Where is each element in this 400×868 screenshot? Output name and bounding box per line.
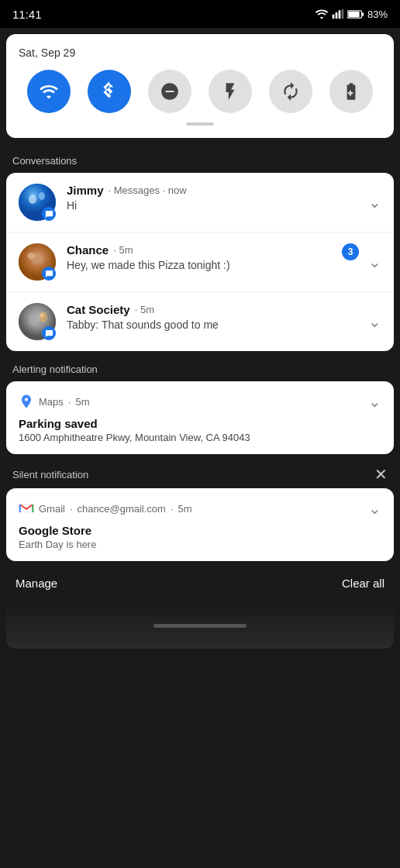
wifi-icon	[39, 81, 59, 102]
alerting-body: 1600 Amphitheatre Pkwy, Mountain View, C…	[19, 432, 381, 443]
conv-meta-jimmy: · Messages · now	[109, 184, 187, 196]
dnd-icon	[160, 81, 180, 102]
chevron-alerting[interactable]: ⌄	[368, 392, 381, 411]
conv-name-cat: Cat Society	[67, 303, 130, 316]
maps-icon	[19, 394, 34, 409]
qs-toggles	[19, 70, 381, 113]
conv-header-chance: Chance · 5m	[67, 243, 342, 257]
alerting-label: Alerting notification	[12, 363, 98, 375]
dnd-toggle[interactable]	[148, 70, 191, 113]
battery-saver-toggle[interactable]	[329, 70, 373, 113]
svg-rect-1	[336, 12, 338, 19]
conversation-jimmy[interactable]: Jimmy · Messages · now Hi ⌄	[6, 173, 394, 232]
silent-close-button[interactable]: ✕	[374, 467, 388, 482]
svg-rect-5	[348, 12, 359, 17]
status-icons: 83%	[315, 9, 388, 20]
conv-content-cat: Cat Society · 5m Tabby: That sounds good…	[67, 303, 362, 331]
messages-app-icon-cat	[42, 326, 56, 340]
svg-point-17	[25, 398, 28, 401]
flashlight-toggle[interactable]	[209, 70, 252, 113]
svg-point-9	[39, 192, 45, 200]
silent-body: Earth Day is here	[19, 539, 381, 550]
qs-date: Sat, Sep 29	[19, 46, 381, 59]
conversations-card: Jimmy · Messages · now Hi ⌄	[6, 173, 394, 351]
bluetooth-toggle[interactable]	[88, 70, 131, 113]
silent-app-info: Gmail · chance@gmail.com · 5m	[19, 501, 192, 516]
svg-rect-6	[362, 12, 364, 16]
conversations-label: Conversations	[12, 155, 77, 167]
signal-status-icon	[332, 9, 344, 19]
silent-time: 5m	[178, 503, 192, 515]
chevron-silent[interactable]: ⌄	[368, 499, 381, 518]
chevron-jimmy[interactable]: ⌄	[368, 193, 381, 212]
conv-msg-chance: Hey, we made this Pizza tonight :)	[67, 259, 342, 271]
avatar-wrap-jimmy	[19, 184, 56, 221]
conv-name-jimmy: Jimmy	[67, 184, 104, 197]
rotate-toggle[interactable]	[269, 70, 312, 113]
silent-email: chance@gmail.com	[78, 503, 166, 515]
avatar-wrap-cat	[19, 303, 56, 340]
silent-sep1: ·	[70, 503, 73, 515]
message-icon	[45, 210, 53, 219]
svg-point-8	[29, 195, 36, 204]
rotate-icon	[281, 81, 301, 102]
conv-header-jimmy: Jimmy · Messages · now	[67, 184, 362, 197]
silent-sep2: ·	[171, 503, 174, 515]
wifi-toggle[interactable]	[27, 70, 71, 113]
svg-rect-0	[333, 15, 335, 19]
home-indicator	[153, 624, 247, 628]
avatar-wrap-chance	[19, 243, 56, 281]
chevron-chance[interactable]: ⌄	[368, 253, 381, 271]
chevron-cat[interactable]: ⌄	[368, 312, 381, 331]
conversation-cat-society[interactable]: Cat Society · 5m Tabby: That sounds good…	[6, 292, 394, 351]
silent-card[interactable]: Gmail · chance@gmail.com · 5m ⌄ Google S…	[6, 488, 394, 561]
silent-label: Silent notification	[12, 469, 88, 480]
bottom-bar: Manage Clear all	[0, 564, 400, 602]
alerting-time: 5m	[75, 396, 89, 408]
wifi-status-icon	[315, 9, 329, 19]
conv-name-chance: Chance	[67, 243, 109, 257]
silent-title: Google Store	[19, 524, 381, 537]
conv-header-cat: Cat Society · 5m	[67, 303, 362, 316]
svg-point-16	[40, 313, 44, 318]
messages-app-icon-chance	[42, 267, 56, 281]
messages-app-icon-jimmy	[42, 207, 56, 221]
footer-blur	[6, 602, 394, 649]
conv-content-chance: Chance · 5m Hey, we made this Pizza toni…	[67, 243, 342, 271]
gmail-icon	[19, 501, 34, 516]
conv-msg-cat: Tabby: That sounds good to me	[67, 319, 362, 331]
conversation-chance[interactable]: Chance · 5m Hey, we made this Pizza toni…	[6, 232, 394, 292]
alerting-section-header: Alerting notification	[0, 353, 400, 381]
alerting-sep: ·	[68, 396, 71, 408]
manage-button[interactable]: Manage	[16, 577, 57, 590]
alerting-header: Maps · 5m ⌄	[19, 392, 381, 411]
conv-meta-chance: · 5m	[113, 244, 133, 256]
drag-handle	[186, 122, 214, 126]
quick-settings-panel: Sat, Sep 29	[6, 34, 394, 138]
alerting-card[interactable]: Maps · 5m ⌄ Parking saved 1600 Amphithea…	[6, 381, 394, 454]
svg-point-12	[27, 253, 35, 259]
svg-point-14	[29, 314, 40, 326]
alerting-app-name: Maps	[39, 396, 64, 408]
alerting-app-info: Maps · 5m	[19, 394, 89, 409]
message-icon-cat	[45, 329, 53, 338]
silent-section-header: Silent notification ✕	[0, 456, 400, 488]
svg-rect-3	[342, 9, 344, 19]
bluetooth-icon	[99, 81, 119, 102]
svg-rect-2	[339, 10, 341, 19]
battery-status-icon	[347, 9, 364, 19]
battery-saver-icon	[341, 81, 361, 102]
battery-percent: 83%	[367, 9, 388, 20]
flashlight-icon	[220, 81, 240, 102]
conv-msg-jimmy: Hi	[67, 199, 362, 212]
status-time: 11:41	[12, 8, 42, 21]
silent-app-name: Gmail	[39, 503, 65, 515]
conversations-section-header: Conversations	[0, 144, 400, 173]
conv-content-jimmy: Jimmy · Messages · now Hi	[67, 184, 362, 212]
badge-chance: 3	[342, 243, 359, 260]
status-bar: 11:41 83%	[0, 0, 400, 28]
silent-header: Gmail · chance@gmail.com · 5m ⌄	[19, 499, 381, 518]
message-icon-chance	[45, 270, 53, 278]
conv-meta-cat: · 5m	[135, 304, 154, 315]
clear-all-button[interactable]: Clear all	[342, 577, 384, 590]
